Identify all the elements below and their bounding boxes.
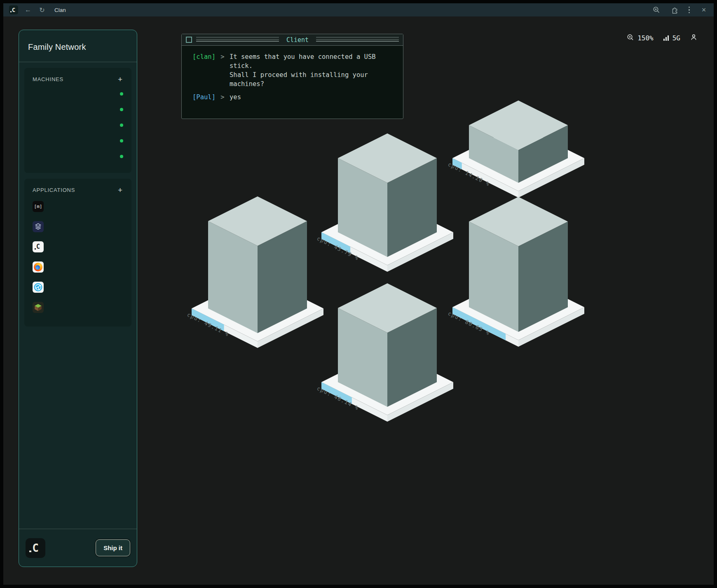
- online-status-dot: [120, 155, 123, 158]
- chat-message: [clan]>It seems that you have connected …: [186, 52, 399, 89]
- backup-icon: [33, 221, 44, 232]
- client-window: Client [clan]>It seems that you have con…: [181, 34, 403, 119]
- message-sender: [Paul]: [186, 93, 216, 102]
- window-titlebar[interactable]: C ← ↻ Clan ×: [3, 3, 714, 16]
- machine-item[interactable]: [33, 133, 123, 148]
- application-item[interactable]: [33, 217, 123, 237]
- zoom-in-icon[interactable]: [652, 6, 661, 14]
- ship-it-button[interactable]: Ship it: [96, 539, 130, 556]
- refresh-icon[interactable]: ↻: [38, 6, 46, 14]
- clan-logo-icon: C: [9, 5, 18, 14]
- syncthing-icon: [33, 282, 44, 293]
- applications-header: APPLICATIONS: [33, 187, 75, 193]
- sidebar: Family Network MACHINES + APPLICATIONS +…: [19, 30, 137, 567]
- close-icon[interactable]: ×: [700, 6, 708, 14]
- office-suite-icon: C: [33, 241, 44, 252]
- prompt-symbol: >: [216, 52, 230, 89]
- machine-item[interactable]: [33, 117, 123, 133]
- client-window-title: Client: [283, 36, 312, 44]
- network-label: 5G: [672, 34, 680, 42]
- add-application-button[interactable]: +: [117, 186, 123, 194]
- minecraft-icon: [33, 302, 44, 313]
- user-icon[interactable]: [690, 34, 697, 42]
- machines-panel: MACHINES +: [24, 68, 131, 173]
- machine-cube[interactable]: cpu: 14.20 %: [447, 100, 584, 198]
- status-indicators: 150% 5G: [627, 34, 697, 42]
- app-canvas: cpu: 49.11 %cpu: 43.79 %cpu: 14.20 %cpu:…: [3, 16, 714, 585]
- machine-cube[interactable]: cpu: 46.14 %: [316, 283, 453, 422]
- chat-message: [Paul]>yes: [186, 93, 399, 102]
- titlebar-stripes: [196, 37, 279, 43]
- extensions-icon[interactable]: [670, 6, 679, 14]
- applications-panel: APPLICATIONS + [m]C: [24, 179, 131, 327]
- online-status-dot: [120, 139, 123, 142]
- back-icon[interactable]: ←: [24, 6, 32, 14]
- signal-bars-icon: [663, 35, 669, 41]
- menu-kebab-icon[interactable]: [689, 7, 690, 14]
- machine-item[interactable]: [33, 148, 123, 164]
- zoom-level-icon: [627, 34, 634, 42]
- divider: [19, 62, 137, 62]
- application-item[interactable]: C: [33, 237, 123, 257]
- message-sender: [clan]: [186, 52, 216, 89]
- machine-cube[interactable]: cpu: 80.65 %: [447, 197, 584, 347]
- clan-logo-icon: C: [26, 538, 45, 558]
- client-log: [clan]>It seems that you have connected …: [182, 46, 403, 112]
- machine-cube[interactable]: cpu: 49.11 %: [186, 196, 323, 348]
- message-text: yes: [230, 93, 241, 102]
- titlebar-stripes: [316, 37, 399, 43]
- client-titlebar[interactable]: Client: [182, 34, 403, 46]
- application-item[interactable]: [33, 297, 123, 317]
- online-status-dot: [120, 124, 123, 127]
- application-item[interactable]: [33, 277, 123, 297]
- machine-item[interactable]: [33, 101, 123, 117]
- machine-item[interactable]: [33, 86, 123, 101]
- application-item[interactable]: [33, 257, 123, 277]
- machines-header: MACHINES: [33, 76, 63, 82]
- zoom-level-value: 150%: [637, 34, 654, 42]
- window-title: Clan: [54, 7, 66, 13]
- window-box-icon[interactable]: [186, 37, 192, 43]
- online-status-dot: [120, 108, 123, 111]
- application-item[interactable]: [m]: [33, 196, 123, 217]
- prompt-symbol: >: [216, 93, 230, 102]
- page-title: Family Network: [19, 30, 137, 62]
- online-status-dot: [120, 92, 123, 96]
- firefox-icon: [33, 261, 44, 273]
- sidebar-footer: C Ship it: [19, 529, 137, 567]
- message-text: It seems that you have connected a USB s…: [230, 52, 376, 89]
- add-machine-button[interactable]: +: [117, 75, 123, 83]
- machine-cube[interactable]: cpu: 43.79 %: [316, 133, 453, 272]
- matrix-icon: [m]: [33, 201, 44, 212]
